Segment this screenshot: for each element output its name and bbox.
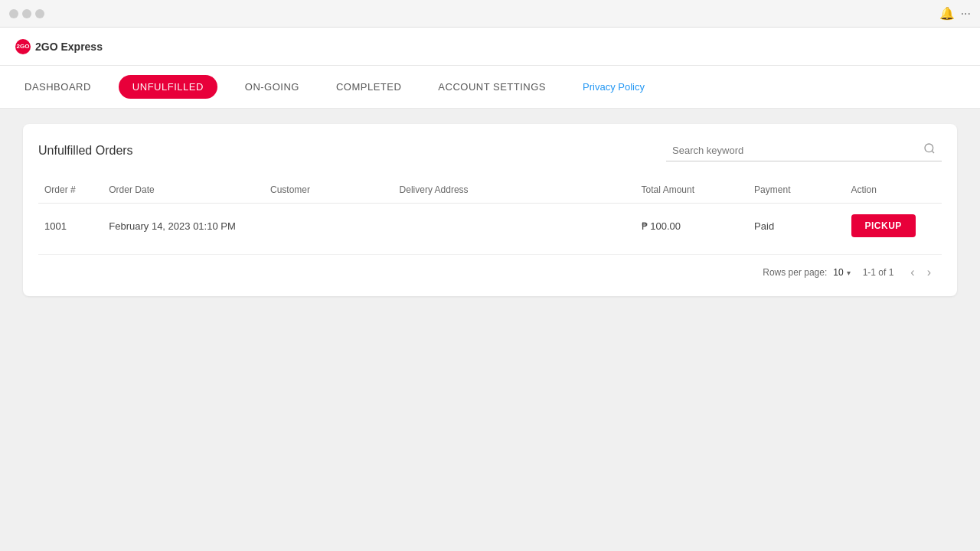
nav-item-account-settings[interactable]: ACCOUNT SETTINGS (429, 77, 555, 97)
col-header-payment: Payment (748, 177, 844, 204)
table-row: 1001 February 14, 2023 01:10 PM ₱ 100.00… (38, 204, 942, 249)
svg-line-1 (932, 151, 934, 153)
rows-per-page-value: 10 (833, 267, 843, 278)
nav-item-privacy-policy[interactable]: Privacy Policy (573, 77, 654, 97)
cell-address (394, 204, 635, 249)
orders-table: Order # Order Date Customer Delivery Add… (38, 177, 942, 248)
table-body: 1001 February 14, 2023 01:10 PM ₱ 100.00… (38, 204, 942, 249)
nav-item-ongoing[interactable]: ON-GOING (236, 77, 309, 97)
logo-icon: 2GO (15, 39, 31, 54)
card-header: Unfulfilled Orders (38, 139, 942, 161)
table-footer: Rows per page: 10 ▾ 1-1 of 1 ‹ › (38, 254, 942, 281)
rows-select-arrow-icon: ▾ (847, 269, 851, 277)
nav-item-unfulfilled[interactable]: UNFULFILLED (119, 75, 217, 99)
pagination-nav: ‹ › (906, 264, 936, 281)
prev-page-button[interactable]: ‹ (906, 264, 919, 281)
browser-dot-1 (9, 9, 18, 18)
logo-initials: 2GO (17, 43, 30, 50)
nav-item-completed[interactable]: COMPLETED (327, 77, 410, 97)
svg-point-0 (925, 144, 933, 152)
cell-payment: Paid (748, 204, 844, 249)
rows-per-page-label: Rows per page: (763, 267, 827, 278)
search-container (666, 139, 942, 161)
navigation: DASHBOARD UNFULFILLED ON-GOING COMPLETED… (0, 66, 980, 109)
rows-per-page-select[interactable]: 10 ▾ (833, 267, 850, 278)
more-options-icon[interactable]: ··· (961, 7, 971, 21)
orders-card: Unfulfilled Orders Order # Order Date Cu… (23, 124, 957, 296)
rows-per-page: Rows per page: 10 ▾ (763, 267, 850, 278)
cell-amount: ₱ 100.00 (635, 204, 749, 249)
pickup-button[interactable]: PICKUP (851, 214, 916, 237)
table-header-row: Order # Order Date Customer Delivery Add… (38, 177, 942, 204)
browser-dot-2 (22, 9, 31, 18)
nav-item-dashboard[interactable]: DASHBOARD (15, 77, 100, 97)
col-header-date: Order Date (103, 177, 264, 204)
col-header-customer: Customer (264, 177, 394, 204)
pagination-info: 1-1 of 1 (863, 267, 894, 278)
browser-dots (9, 9, 44, 18)
app-header: 2GO 2GO Express (0, 28, 980, 66)
cell-action: PICKUP (845, 204, 942, 249)
browser-actions: 🔔 ··· (939, 6, 971, 21)
app-name: 2GO Express (35, 41, 103, 53)
page-title: Unfulfilled Orders (38, 144, 133, 158)
app-logo: 2GO 2GO Express (15, 39, 103, 54)
notification-icon[interactable]: 🔔 (939, 6, 955, 21)
browser-bar: 🔔 ··· (0, 0, 980, 28)
browser-controls (9, 9, 44, 18)
col-header-order: Order # (38, 177, 103, 204)
table-header: Order # Order Date Customer Delivery Add… (38, 177, 942, 204)
next-page-button[interactable]: › (923, 264, 936, 281)
cell-date: February 14, 2023 01:10 PM (103, 204, 264, 249)
search-input[interactable] (672, 145, 917, 156)
col-header-amount: Total Amount (635, 177, 749, 204)
main-content: Unfulfilled Orders Order # Order Date Cu… (0, 109, 980, 551)
cell-order: 1001 (38, 204, 103, 249)
col-header-action: Action (845, 177, 942, 204)
cell-customer (264, 204, 394, 249)
col-header-address: Delivery Address (394, 177, 635, 204)
search-icon (923, 142, 936, 158)
browser-dot-3 (35, 9, 44, 18)
